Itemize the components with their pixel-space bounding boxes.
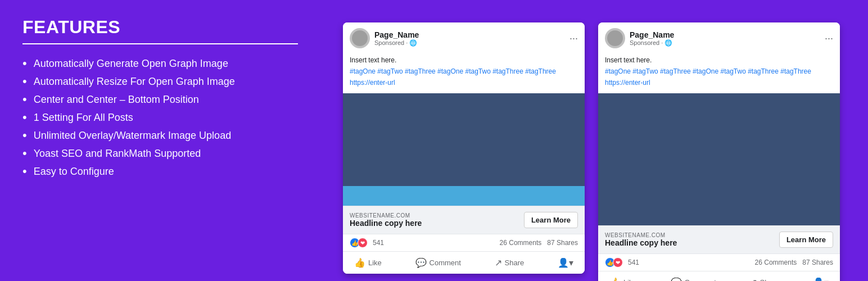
main-container: FEATURES Automatically Generate Open Gra… — [0, 0, 868, 281]
comments-count-2: 26 Comments — [755, 259, 797, 266]
right-panel: Page_Name Sponsored · 🌐 ··· Insert text … — [337, 17, 846, 281]
fb-card-1-header-left: Page_Name Sponsored · 🌐 — [350, 28, 419, 48]
list-item: Center and Center – Bottom Position — [22, 90, 337, 108]
fb-reactions-right-2: 26 Comments 87 Shares — [755, 259, 833, 266]
learn-more-button-1[interactable]: Learn More — [524, 212, 578, 228]
list-item: 1 Setting For All Posts — [22, 108, 337, 126]
fb-post-text-1: Insert text here. #tagOne #tagTwo #tagTh… — [343, 52, 585, 93]
avatar-inner-2 — [607, 30, 623, 46]
url-1: https://enter-url — [350, 78, 578, 88]
fb-reactions-1: 👍 ❤ 541 26 Comments 87 Shares — [343, 234, 585, 251]
insert-text-1: Insert text here. — [350, 55, 578, 65]
share-button-2[interactable]: ↗ Share — [745, 274, 784, 281]
fb-actions-2: 👍 Like 💬 Comment ↗ Share 👤▾ — [598, 271, 840, 281]
features-title: FEATURES — [22, 17, 337, 38]
love-icon-1: ❤ — [358, 238, 368, 248]
fb-reactions-left-1: 👍 ❤ 541 — [350, 238, 384, 248]
tags-2: #tagOne #tagTwo #tagThree #tagOne #tagTw… — [605, 66, 833, 76]
fb-dots-1[interactable]: ··· — [569, 33, 578, 44]
list-item: Easy to Configure — [22, 162, 337, 180]
top-section: FEATURES Automatically Generate Open Gra… — [0, 0, 868, 281]
fb-reactions-right-1: 26 Comments 87 Shares — [500, 239, 578, 247]
fb-link-info-2: WEBSITENAME.COM Headline copy here — [605, 232, 677, 247]
fb-image-top-1 — [343, 93, 585, 186]
divider — [22, 43, 298, 44]
fb-image-bottom-bar-1 — [343, 186, 585, 206]
features-list: Automatically Generate Open Graph Image … — [22, 55, 337, 180]
avatar-inner-1 — [352, 30, 368, 46]
fb-reactions-2: 👍 ❤ 541 26 Comments 87 Shares — [598, 253, 840, 271]
fb-dots-2[interactable]: ··· — [825, 33, 833, 44]
like-button-1[interactable]: 👍 Like — [350, 254, 386, 271]
fb-link-info-1: WEBSITENAME.COM Headline copy here — [350, 212, 422, 228]
fb-page-info-1: Page_Name Sponsored · 🌐 — [374, 30, 419, 47]
comment-label-2: Comment — [685, 278, 716, 281]
fb-image-area-2 — [598, 93, 840, 225]
list-item: Automatically Resize For Open Graph Imag… — [22, 72, 337, 90]
reaction-icons-1: 👍 ❤ — [350, 238, 368, 248]
shares-count-1: 87 Shares — [547, 239, 578, 247]
comment-button-2[interactable]: 💬 Comment — [666, 274, 721, 281]
comments-count-1: 26 Comments — [500, 239, 542, 247]
fb-reactions-left-2: 👍 ❤ 541 — [605, 257, 639, 268]
like-button-2[interactable]: 👍 Like — [605, 274, 641, 281]
like-action-icon-1: 👍 — [354, 257, 365, 268]
sponsored-1: Sponsored · 🌐 — [374, 39, 419, 47]
reaction-icons-2: 👍 ❤ — [605, 257, 623, 268]
fb-card-1: Page_Name Sponsored · 🌐 ··· Insert text … — [343, 22, 585, 274]
site-name-1: WEBSITENAME.COM — [350, 212, 422, 219]
profile-icon-2: 👤▾ — [813, 277, 829, 281]
shares-count-2: 87 Shares — [802, 259, 833, 266]
avatar-1 — [350, 28, 370, 48]
fb-card-2-header-left: Page_Name Sponsored · 🌐 — [605, 28, 674, 48]
insert-text-2: Insert text here. — [605, 55, 833, 65]
list-item: Automatically Generate Open Graph Image — [22, 55, 337, 72]
share-action-icon-1: ↗ — [495, 257, 502, 268]
page-name-1: Page_Name — [374, 30, 419, 39]
share-label-2: Share — [760, 278, 780, 281]
comment-label-1: Comment — [430, 259, 461, 267]
avatar-2 — [605, 28, 625, 48]
learn-more-button-2[interactable]: Learn More — [779, 232, 833, 248]
reaction-count-1: 541 — [373, 239, 384, 247]
comment-button-1[interactable]: 💬 Comment — [411, 254, 465, 271]
fb-card-2: Page_Name Sponsored · 🌐 ··· Insert text … — [598, 22, 840, 281]
fb-card-1-header: Page_Name Sponsored · 🌐 ··· — [343, 22, 585, 52]
fb-card-2-header: Page_Name Sponsored · 🌐 ··· — [598, 22, 840, 52]
fb-image-area-1 — [343, 93, 585, 206]
profile-icon-1: 👤▾ — [558, 257, 573, 268]
fb-link-preview-1: WEBSITENAME.COM Headline copy here Learn… — [343, 206, 585, 234]
headline-2: Headline copy here — [605, 238, 677, 247]
fb-post-text-2: Insert text here. #tagOne #tagTwo #tagTh… — [598, 52, 840, 93]
site-name-2: WEBSITENAME.COM — [605, 232, 677, 238]
tags-1: #tagOne #tagTwo #tagThree #tagOne #tagTw… — [350, 66, 578, 76]
url-2: https://enter-url — [605, 78, 833, 88]
page-name-2: Page_Name — [630, 30, 674, 39]
fb-link-preview-2: WEBSITENAME.COM Headline copy here Learn… — [598, 225, 840, 253]
list-item: Unlimited Overlay/Watermark Image Upload — [22, 126, 337, 144]
share-button-1[interactable]: ↗ Share — [490, 254, 529, 271]
like-label-1: Like — [368, 259, 382, 267]
sponsored-2: Sponsored · 🌐 — [630, 39, 674, 47]
like-label-2: Like — [623, 278, 637, 281]
share-action-icon-2: ↗ — [750, 277, 757, 281]
share-label-1: Share — [505, 259, 525, 267]
left-panel: FEATURES Automatically Generate Open Gra… — [22, 17, 337, 281]
profile-button-1[interactable]: 👤▾ — [553, 254, 578, 271]
fb-actions-1: 👍 Like 💬 Comment ↗ Share 👤▾ — [343, 251, 585, 274]
profile-button-2[interactable]: 👤▾ — [808, 274, 833, 281]
reaction-count-2: 541 — [628, 259, 639, 266]
love-icon-2: ❤ — [613, 257, 623, 268]
like-action-icon-2: 👍 — [609, 277, 621, 281]
list-item: Yoast SEO and RankMath Supported — [22, 144, 337, 162]
headline-1: Headline copy here — [350, 219, 422, 228]
comment-action-icon-1: 💬 — [415, 257, 427, 268]
fb-page-info-2: Page_Name Sponsored · 🌐 — [630, 30, 674, 47]
comment-action-icon-2: 💬 — [671, 277, 682, 281]
